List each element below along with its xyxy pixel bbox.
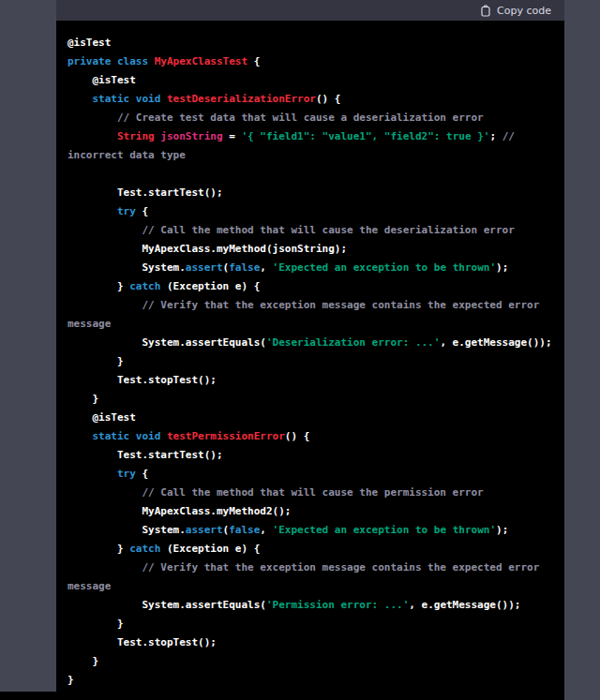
code-token: jsonString xyxy=(160,130,222,142)
code-token: false xyxy=(229,261,260,274)
code-line: Test.stopTest(); xyxy=(68,371,555,390)
code-line: String jsonString = '{ "field1": "value1… xyxy=(68,127,555,165)
code-token: (Exception e) { xyxy=(160,543,260,555)
code-line: MyApexClass.myMethod(jsonString); xyxy=(68,240,555,259)
code-line: static void testPermissionError() { xyxy=(68,427,555,446)
code-line: // Create test data that will cause a de… xyxy=(68,109,555,127)
code-token: { xyxy=(248,55,260,67)
code-token: String xyxy=(117,130,155,142)
code-line: Test.stopTest(); xyxy=(68,633,555,652)
code-token: ; xyxy=(489,130,502,142)
code-line: try { xyxy=(68,202,555,221)
code-token xyxy=(68,205,117,217)
code-token: // Verify that the exception message con… xyxy=(68,299,546,330)
page-background-cut xyxy=(0,692,56,700)
code-token: { xyxy=(136,205,148,217)
code-line: Test.startTest(); xyxy=(68,446,555,465)
code-token: , e.getMessage()); xyxy=(440,336,551,349)
code-token: } xyxy=(68,355,124,367)
code-token: // Call the method that will cause the d… xyxy=(68,224,515,236)
code-token: 'Permission error: ...' xyxy=(266,599,409,611)
code-token: assert xyxy=(186,261,223,274)
code-token: Test.stopTest(); xyxy=(68,636,217,648)
code-token: private class xyxy=(68,55,155,67)
code-token: catch xyxy=(129,543,160,555)
code-line: Test.startTest(); xyxy=(68,184,555,202)
code-token: assert xyxy=(186,524,223,536)
code-token: static void xyxy=(93,430,167,442)
code-line: static void testDeserializationError() { xyxy=(68,90,555,109)
chat-code-message: Copy code @isTestprivate class MyApexCla… xyxy=(0,0,600,700)
code-token: // Create test data that will cause a de… xyxy=(68,112,484,124)
copy-code-button[interactable]: Copy code xyxy=(481,5,551,17)
code-token: } xyxy=(68,618,124,630)
code-line: // Verify that the exception message con… xyxy=(68,559,555,596)
code-block: Copy code @isTestprivate class MyApexCla… xyxy=(56,0,564,700)
code-token: } xyxy=(68,543,129,555)
code-token: catch xyxy=(129,280,160,292)
code-line: } catch (Exception e) { xyxy=(68,277,555,296)
code-token xyxy=(68,430,93,442)
code-token: } xyxy=(68,655,98,667)
code-line: @isTest xyxy=(68,34,555,52)
code-line xyxy=(68,165,555,184)
code-token: try xyxy=(117,468,136,480)
code-token xyxy=(68,130,117,142)
code-line: } xyxy=(68,615,555,633)
code-token: ); xyxy=(496,524,508,536)
code-token: static void xyxy=(93,93,167,105)
code-line: System.assert(false, 'Expected an except… xyxy=(68,521,555,540)
code-token: , e.getMessage()); xyxy=(409,599,520,611)
code-token: } xyxy=(68,280,129,292)
code-token: 'Expected an exception to be thrown' xyxy=(273,261,496,274)
code-line: @isTest xyxy=(68,409,555,427)
code-token: MyApexClassTest xyxy=(155,55,248,67)
code-line: MyApexClass.myMethod2(); xyxy=(68,502,555,521)
code-content: @isTestprivate class MyApexClassTest { @… xyxy=(56,21,564,700)
clipboard-icon xyxy=(481,5,491,17)
code-token: '{ "field1": "value1", "field2": true }' xyxy=(241,130,489,142)
code-line: } xyxy=(68,652,555,671)
code-token: { xyxy=(136,468,148,480)
code-token: @isTest xyxy=(68,74,136,86)
code-token: System. xyxy=(68,524,186,536)
code-token: ); xyxy=(496,261,508,274)
code-token: @isTest xyxy=(68,37,111,49)
code-token: } xyxy=(68,393,98,405)
code-line: // Call the method that will cause the p… xyxy=(68,484,555,502)
code-line: try { xyxy=(68,465,555,484)
code-token: testPermissionError xyxy=(167,430,285,442)
code-token: System. xyxy=(68,261,186,274)
code-token: Test.startTest(); xyxy=(68,449,223,461)
code-token: , xyxy=(260,261,272,274)
code-token: , xyxy=(260,524,272,536)
code-token xyxy=(68,468,117,480)
code-line: @isTest xyxy=(68,71,555,90)
code-token: try xyxy=(117,205,136,217)
code-line: System.assert(false, 'Expected an except… xyxy=(68,259,555,277)
code-token: 'Deserialization error: ...' xyxy=(266,336,440,349)
code-line: System.assertEquals('Permission error: .… xyxy=(68,596,555,615)
code-line: } xyxy=(68,390,555,409)
code-token: = xyxy=(223,130,242,142)
code-token: testDeserializationError xyxy=(167,93,316,105)
code-token: // Verify that the exception message con… xyxy=(68,561,546,592)
code-token: @isTest xyxy=(68,411,136,424)
code-token xyxy=(68,93,93,105)
code-line: System.assertEquals('Deserialization err… xyxy=(68,334,555,352)
code-block-header: Copy code xyxy=(56,0,564,21)
code-line: } xyxy=(68,352,555,371)
code-token: () { xyxy=(316,93,341,105)
code-line: } xyxy=(68,671,555,690)
code-token: } xyxy=(68,674,74,686)
code-token: 'Expected an exception to be thrown' xyxy=(273,524,496,536)
code-token: Test.startTest(); xyxy=(68,186,223,199)
code-token: // Call the method that will cause the p… xyxy=(68,486,484,499)
copy-code-label: Copy code xyxy=(497,6,551,16)
code-line: } catch (Exception e) { xyxy=(68,540,555,559)
code-token: Test.stopTest(); xyxy=(68,374,217,386)
code-token: MyApexClass.myMethod(jsonString); xyxy=(68,243,347,255)
code-token: System.assertEquals( xyxy=(68,336,266,349)
code-line: // Call the method that will cause the d… xyxy=(68,221,555,240)
code-token: (Exception e) { xyxy=(160,280,260,292)
